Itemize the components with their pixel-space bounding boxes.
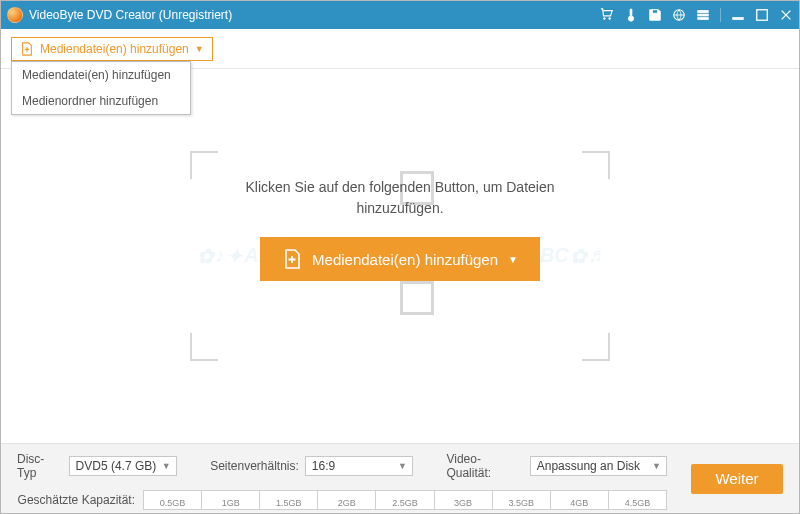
chevron-down-icon: ▼ <box>162 461 171 471</box>
svg-point-0 <box>604 18 606 20</box>
chevron-down-icon: ▼ <box>398 461 407 471</box>
toolbar: Mediendatei(en) hinzufügen ▼ Mediendatei… <box>1 29 799 69</box>
svg-rect-4 <box>652 10 657 14</box>
svg-rect-10 <box>757 10 768 21</box>
add-media-dropdown: Mediendatei(en) hinzufügen Medienordner … <box>11 61 191 115</box>
chevron-down-icon: ▼ <box>195 44 204 54</box>
ruler-tick-label: 3GB <box>454 498 472 508</box>
title-bar: VideoByte DVD Creator (Unregistriert) <box>1 1 799 29</box>
disc-type-label: Disc-Typ <box>17 452 63 480</box>
ruler-tick: 4.5GB <box>609 491 666 509</box>
quality-label: Video-Qualität: <box>446 452 523 480</box>
chevron-down-icon: ▼ <box>508 254 518 265</box>
quality-value: Anpassung an Disk <box>537 459 640 473</box>
svg-rect-9 <box>733 18 744 20</box>
dropzone: ✿♪✦ABC✿♬ ✦ABC♪✿ABC✦ ✿♪✦ABC✿♬ Klicken Sie… <box>190 151 610 361</box>
svg-point-1 <box>609 18 611 20</box>
add-file-icon <box>282 249 302 269</box>
svg-rect-6 <box>698 11 709 13</box>
ruler-tick-label: 4.5GB <box>625 498 651 508</box>
ruler-tick: 1.5GB <box>260 491 318 509</box>
disc-type-value: DVD5 (4.7 GB) <box>76 459 157 473</box>
hint-line1: Klicken Sie auf den folgenden Button, um… <box>246 179 555 195</box>
svg-rect-7 <box>698 14 709 16</box>
capacity-ruler: 0.5GB1GB1.5GB2GB2.5GB3GB3.5GB4GB4.5GB <box>143 490 667 510</box>
ruler-tick: 2.5GB <box>376 491 434 509</box>
settings-row: Disc-Typ DVD5 (4.7 GB) ▼ Seitenverhältni… <box>13 452 787 480</box>
hint-line2: hinzuzufügen. <box>356 200 443 216</box>
ruler-tick-label: 3.5GB <box>508 498 534 508</box>
main-area: ✿♪✦ABC✿♬ ✦ABC♪✿ABC✦ ✿♪✦ABC✿♬ Klicken Sie… <box>1 69 799 443</box>
minimize-icon[interactable] <box>731 8 745 22</box>
add-media-label: Mediendatei(en) hinzufügen <box>40 42 189 56</box>
aspect-value: 16:9 <box>312 459 335 473</box>
window-title: VideoByte DVD Creator (Unregistriert) <box>29 8 232 22</box>
ruler-tick-label: 0.5GB <box>160 498 186 508</box>
ruler-tick-label: 2.5GB <box>392 498 418 508</box>
ruler-tick: 3GB <box>435 491 493 509</box>
add-file-icon <box>20 42 34 56</box>
aspect-select[interactable]: 16:9 ▼ <box>305 456 413 476</box>
quality-select[interactable]: Anpassung an Disk ▼ <box>530 456 667 476</box>
ruler-tick-label: 2GB <box>338 498 356 508</box>
menu-icon[interactable] <box>696 8 710 22</box>
add-media-button[interactable]: Mediendatei(en) hinzufügen ▼ <box>11 37 213 61</box>
ruler-tick-label: 4GB <box>570 498 588 508</box>
add-media-big-label: Mediendatei(en) hinzufügen <box>312 251 498 268</box>
capacity-row: Geschätzte Kapazität: 0.5GB1GB1.5GB2GB2.… <box>13 490 787 510</box>
svg-rect-8 <box>698 18 709 20</box>
temperature-icon[interactable] <box>624 8 638 22</box>
capacity-label: Geschätzte Kapazität: <box>13 493 135 507</box>
ruler-tick: 2GB <box>318 491 376 509</box>
maximize-icon[interactable] <box>755 8 769 22</box>
ruler-tick: 3.5GB <box>493 491 551 509</box>
add-media-big-button[interactable]: Mediendatei(en) hinzufügen ▼ <box>260 237 540 281</box>
language-icon[interactable] <box>672 8 686 22</box>
disc-type-select[interactable]: DVD5 (4.7 GB) ▼ <box>69 456 177 476</box>
bottom-bar: Disc-Typ DVD5 (4.7 GB) ▼ Seitenverhältni… <box>1 443 799 513</box>
dropdown-item-add-files[interactable]: Mediendatei(en) hinzufügen <box>12 62 190 88</box>
next-label: Weiter <box>715 470 758 487</box>
titlebar-icons <box>600 8 793 22</box>
app-logo-icon <box>7 7 23 23</box>
ruler-tick: 4GB <box>551 491 609 509</box>
ruler-tick: 0.5GB <box>144 491 202 509</box>
svg-rect-2 <box>630 9 632 16</box>
ruler-tick: 1GB <box>202 491 260 509</box>
next-button[interactable]: Weiter <box>691 464 783 494</box>
aspect-label: Seitenverhältnis: <box>210 459 299 473</box>
close-icon[interactable] <box>779 8 793 22</box>
drop-hint-text: Klicken Sie auf den folgenden Button, um… <box>208 177 592 219</box>
chevron-down-icon: ▼ <box>652 461 661 471</box>
ruler-tick-label: 1.5GB <box>276 498 302 508</box>
cart-icon[interactable] <box>600 8 614 22</box>
svg-point-3 <box>628 16 633 21</box>
ruler-tick-label: 1GB <box>222 498 240 508</box>
dropdown-item-add-folder[interactable]: Medienordner hinzufügen <box>12 88 190 114</box>
save-icon[interactable] <box>648 8 662 22</box>
